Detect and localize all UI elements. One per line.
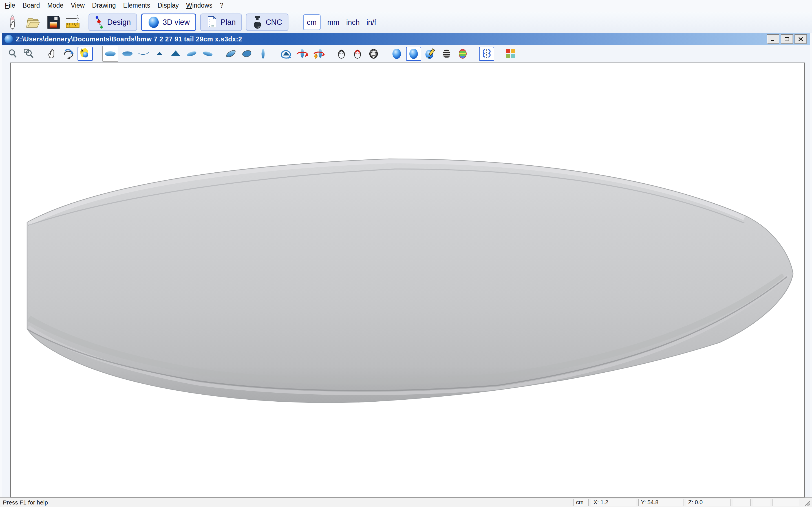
perspective-right-icon <box>202 48 214 59</box>
open-folder-icon <box>25 15 41 30</box>
perspective-left-tool[interactable] <box>185 47 199 61</box>
outline-view-icon <box>257 48 269 60</box>
contour-rings-tool[interactable] <box>335 47 348 61</box>
menu-drawing[interactable]: Drawing <box>88 0 119 11</box>
rotate-view-tool[interactable] <box>61 47 75 61</box>
front-view-small-icon <box>154 48 165 59</box>
plan-mode-button[interactable]: Plan <box>200 13 242 31</box>
window-controls <box>767 34 807 44</box>
three-quarter-view-icon <box>225 48 237 59</box>
top-view-tool[interactable] <box>102 46 118 62</box>
rotate-axis-icon <box>296 48 309 60</box>
stripes-view-icon <box>441 48 452 60</box>
contour-rings-icon <box>336 48 347 60</box>
menu-bar: File Board Mode View Drawing Elements Di… <box>0 0 812 11</box>
side-rocker-view-tool[interactable] <box>137 47 150 61</box>
outline-view-tool[interactable] <box>256 47 270 61</box>
status-z-coordinate: Z: 0.0 <box>686 499 731 506</box>
perspective-left-icon <box>186 48 198 59</box>
plan-mode-icon <box>206 15 218 29</box>
flip-view-tool[interactable] <box>280 47 293 61</box>
plan-mode-label: Plan <box>220 18 236 27</box>
open-button[interactable] <box>24 13 42 31</box>
design-mode-label: Design <box>107 18 131 27</box>
close-icon <box>798 37 804 41</box>
minimize-button[interactable] <box>767 34 779 44</box>
unit-cm[interactable]: cm <box>303 14 320 30</box>
zoom-tool[interactable] <box>6 47 20 61</box>
curvature-map-tool[interactable] <box>456 47 469 61</box>
design-mode-button[interactable]: Design <box>89 13 137 31</box>
status-x-coordinate: X: 1.2 <box>591 499 636 506</box>
shaded-current-tool[interactable] <box>406 47 421 61</box>
pointer-render-tool[interactable] <box>78 47 93 61</box>
three-quarter-bottom-view-tool[interactable] <box>240 47 254 61</box>
rotate-axis-tool[interactable] <box>296 47 309 61</box>
status-empty-cell <box>753 499 770 506</box>
3d-viewport[interactable] <box>10 62 805 497</box>
zoom-window-tool[interactable] <box>22 47 36 61</box>
3d-view-icon <box>147 15 160 29</box>
curvature-map-icon <box>457 48 468 60</box>
unit-inch[interactable]: inch <box>346 18 360 27</box>
close-button[interactable] <box>795 34 807 44</box>
menu-file[interactable]: File <box>1 0 19 11</box>
menu-help[interactable]: ? <box>216 0 227 11</box>
maximize-button[interactable] <box>781 34 793 44</box>
status-help-text: Press F1 for help <box>3 499 48 506</box>
save-button[interactable] <box>44 13 62 31</box>
status-empty-cell <box>772 499 799 506</box>
menu-mode[interactable]: Mode <box>43 0 67 11</box>
wireframe-sphere-tool[interactable] <box>367 47 380 61</box>
resize-grip[interactable] <box>803 499 810 506</box>
perspective-right-tool[interactable] <box>201 47 214 61</box>
rotate-view-icon <box>62 48 74 60</box>
new-board-icon <box>5 14 20 31</box>
status-empty-cell <box>733 499 751 506</box>
colors-palette-tool[interactable] <box>504 47 517 61</box>
three-quarter-bottom-view-icon <box>241 48 253 59</box>
colors-palette-icon <box>505 48 516 59</box>
cnc-mode-icon <box>252 15 263 29</box>
measurements-ruler-icon: 1 0 <box>65 15 82 30</box>
edit-shading-tool[interactable] <box>424 47 437 61</box>
cnc-mode-label: CNC <box>266 18 282 27</box>
3d-view-mode-button[interactable]: 3D view <box>141 13 196 31</box>
document-titlebar[interactable]: Z:\Users\dennery\Documents\Boards\bmw 7 … <box>2 33 810 45</box>
menu-windows[interactable]: Windows <box>183 0 216 11</box>
zoom-window-icon <box>23 48 35 59</box>
side-rocker-view-icon <box>137 48 150 59</box>
menu-view[interactable]: View <box>67 0 88 11</box>
svg-text:1: 1 <box>68 25 70 27</box>
new-board-button[interactable] <box>3 13 21 31</box>
bottom-view-tool[interactable] <box>121 47 134 61</box>
contour-rings-red-tool[interactable] <box>351 47 364 61</box>
stripes-view-tool[interactable] <box>440 47 453 61</box>
unit-mm[interactable]: mm <box>327 18 340 27</box>
cnc-mode-button[interactable]: CNC <box>246 13 289 31</box>
front-view-tool[interactable] <box>169 47 183 61</box>
3d-view-label: 3D view <box>163 18 190 27</box>
three-quarter-view-tool[interactable] <box>224 47 238 61</box>
measurements-button[interactable]: 1 0 <box>64 13 82 31</box>
unit-inf[interactable]: in/f <box>366 18 376 27</box>
menu-elements[interactable]: Elements <box>119 0 154 11</box>
shaded-sphere-tool[interactable] <box>390 47 403 61</box>
document-icon <box>4 35 13 43</box>
status-y-coordinate: Y: 54.8 <box>638 499 683 506</box>
zoom-icon <box>7 48 18 59</box>
symmetry-view-tool[interactable] <box>479 47 494 61</box>
shaded-current-icon <box>408 48 419 60</box>
menu-board[interactable]: Board <box>19 0 43 11</box>
svg-text:0: 0 <box>75 25 76 27</box>
view-toolbar <box>2 45 810 62</box>
pan-tool[interactable] <box>45 47 59 61</box>
document-title: Z:\Users\dennery\Documents\Boards\bmw 7 … <box>16 36 242 43</box>
status-unit: cm <box>573 499 589 506</box>
front-view-small-tool[interactable] <box>153 47 166 61</box>
menu-display[interactable]: Display <box>154 0 183 11</box>
top-view-icon <box>104 48 116 59</box>
main-toolbar: 1 0 Design 3D view Plan <box>0 11 812 33</box>
rotate-axis-step-icon <box>312 48 325 60</box>
rotate-axis-step-tool[interactable] <box>312 47 325 61</box>
